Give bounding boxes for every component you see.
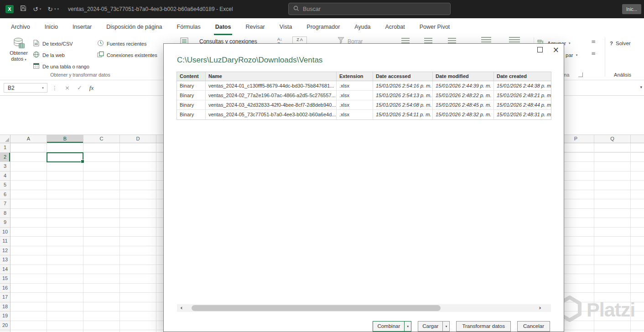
table-cell: 15/01/2026 2:48:31 p. m. xyxy=(494,110,551,119)
name-box-caret-icon[interactable]: ▾ xyxy=(39,86,47,90)
existing-connections-button[interactable]: Conexiones existentes xyxy=(97,49,157,61)
row-header-13[interactable]: 13 xyxy=(0,255,10,265)
get-data-button[interactable]: Obtener datos ▾ xyxy=(7,37,31,67)
insert-function-icon[interactable]: fx xyxy=(89,84,93,92)
scrollbar-thumb[interactable] xyxy=(192,305,441,311)
combine-button-label[interactable]: Combinar xyxy=(373,321,404,332)
fill-handle[interactable] xyxy=(81,160,84,163)
maximize-icon[interactable] xyxy=(537,47,543,52)
excel-app-icon[interactable]: X xyxy=(5,5,14,13)
tab-power-pivot[interactable]: Power Pivot xyxy=(412,18,457,35)
scroll-right-icon[interactable]: › xyxy=(536,304,544,312)
tab-vista[interactable]: Vista xyxy=(272,18,300,35)
row-header-4[interactable]: 4 xyxy=(0,171,10,181)
redo-icon[interactable]: ↻ xyxy=(47,0,53,18)
from-table-range-button[interactable]: De una tabla o rango xyxy=(33,61,89,72)
table-cell: 15/01/2026 2:54:08 p. m. xyxy=(373,100,433,110)
row-header-20[interactable]: 20 xyxy=(0,321,10,331)
tab-programador[interactable]: Programador xyxy=(299,18,347,35)
column-header-R[interactable]: R xyxy=(631,135,644,143)
table-cell: ventas_2024-05_73c77051-b7a0-4ee3-b002-b… xyxy=(206,110,337,119)
pq-column-header[interactable]: Extension xyxy=(337,72,373,81)
formula-bar-expand-icon[interactable]: ▾ xyxy=(640,85,642,89)
selected-cell-B2[interactable] xyxy=(47,152,83,162)
row-header-3[interactable]: 3 xyxy=(0,162,10,171)
show-detail-icon[interactable]: ≡ xyxy=(591,38,596,45)
scroll-left-icon[interactable]: ‹ xyxy=(178,304,185,312)
tab-revisar[interactable]: Revisar xyxy=(238,18,272,35)
table-row[interactable]: Binaryventas_2024-03_42d32833-42f0-4bee-… xyxy=(177,100,551,110)
tab-disposición-de-página[interactable]: Disposición de página xyxy=(99,18,169,35)
undo-icon[interactable]: ↺ xyxy=(33,0,38,18)
recent-sources-button[interactable]: Fuentes recientes xyxy=(97,38,157,49)
undo-caret-icon[interactable]: ▾ xyxy=(40,7,42,11)
horizontal-scrollbar[interactable]: ‹ › xyxy=(177,304,551,312)
load-button[interactable]: Cargar ▾ xyxy=(418,321,450,332)
hide-detail-icon[interactable]: ≡ xyxy=(591,50,596,57)
solver-button[interactable]: ? Solver xyxy=(610,37,631,49)
name-box[interactable]: B2 ▾ xyxy=(4,83,47,93)
row-header-21[interactable]: 21 xyxy=(0,330,10,332)
group-caret-icon: ▾ xyxy=(569,42,571,45)
row-header-12[interactable]: 12 xyxy=(0,246,10,256)
save-icon[interactable] xyxy=(20,0,26,18)
transform-data-button[interactable]: Transformar datos xyxy=(456,321,511,332)
pq-column-header[interactable]: Content xyxy=(177,72,206,81)
combine-button[interactable]: Combinar ▾ xyxy=(373,321,411,332)
cancel-entry-icon[interactable]: × xyxy=(65,84,70,91)
ungroup-button[interactable]: par ▾ xyxy=(566,49,577,61)
row-header-10[interactable]: 10 xyxy=(0,228,10,237)
column-header-D[interactable]: D xyxy=(120,135,156,143)
pq-column-header[interactable]: Name xyxy=(206,72,337,81)
row-header-15[interactable]: 15 xyxy=(0,274,10,284)
row-header-7[interactable]: 7 xyxy=(0,199,10,209)
row-header-14[interactable]: 14 xyxy=(0,265,10,275)
row-header-16[interactable]: 16 xyxy=(0,284,10,293)
globe-icon xyxy=(33,51,40,59)
close-icon[interactable]: × xyxy=(553,47,559,53)
row-header-18[interactable]: 18 xyxy=(0,302,10,312)
pq-column-header[interactable]: Date accessed xyxy=(373,72,433,81)
load-button-label[interactable]: Cargar xyxy=(418,321,442,332)
whatif-icon[interactable] xyxy=(509,37,520,43)
enter-entry-icon[interactable]: ✓ xyxy=(77,84,82,91)
tab-datos[interactable]: Datos xyxy=(208,18,239,35)
table-row[interactable]: Binaryventas_2024-05_73c77051-b7a0-4ee3-… xyxy=(177,110,551,119)
account-button[interactable]: Inic... xyxy=(622,4,641,14)
from-text-csv-button[interactable]: De texto/CSV xyxy=(33,38,89,49)
tab-insertar[interactable]: Insertar xyxy=(65,18,99,35)
column-header-C[interactable]: C xyxy=(83,135,120,143)
row-header-1[interactable]: 1 xyxy=(0,143,10,153)
load-caret-icon[interactable]: ▾ xyxy=(442,321,450,332)
combine-caret-icon[interactable]: ▾ xyxy=(404,321,411,332)
tab-acrobat[interactable]: Acrobat xyxy=(378,18,412,35)
tab-archivo[interactable]: Archivo xyxy=(4,18,37,35)
cancel-button[interactable]: Cancelar xyxy=(517,321,550,332)
pq-column-header[interactable]: Date created xyxy=(494,72,551,81)
quick-access-caret-icon[interactable]: ▾ xyxy=(57,7,59,11)
select-all-corner[interactable] xyxy=(0,135,10,143)
row-header-11[interactable]: 11 xyxy=(0,237,10,246)
row-header-9[interactable]: 9 xyxy=(0,218,10,228)
redo-caret-icon[interactable]: ▾ xyxy=(54,7,56,11)
pq-column-header[interactable]: Date modified xyxy=(433,72,494,81)
from-web-button[interactable]: De la web xyxy=(33,49,89,61)
column-header-B[interactable]: B xyxy=(47,135,83,143)
row-header-8[interactable]: 8 xyxy=(0,209,10,218)
table-row[interactable]: Binaryventas_2024-02_77a2e196-07ac-4866-… xyxy=(177,91,551,100)
table-row[interactable]: Binaryventas_2024-01_c130fff5-8679-44dc-… xyxy=(177,81,551,91)
row-header-5[interactable]: 5 xyxy=(0,181,10,190)
column-header-Q[interactable]: Q xyxy=(594,135,631,143)
tab-fórmulas[interactable]: Fórmulas xyxy=(170,18,208,35)
search-box[interactable]: Buscar xyxy=(288,3,451,15)
column-header-A[interactable]: A xyxy=(10,135,47,143)
from-web-label: De la web xyxy=(42,52,65,58)
row-header-19[interactable]: 19 xyxy=(0,311,10,321)
tab-ayuda[interactable]: Ayuda xyxy=(347,18,378,35)
tab-inicio[interactable]: Inicio xyxy=(37,18,65,35)
row-header-17[interactable]: 17 xyxy=(0,293,10,302)
outline-dialog-launcher-icon[interactable] xyxy=(578,73,583,77)
forecast-icon[interactable] xyxy=(481,37,491,43)
row-header-2[interactable]: 2 xyxy=(0,153,10,162)
row-header-6[interactable]: 6 xyxy=(0,190,10,200)
